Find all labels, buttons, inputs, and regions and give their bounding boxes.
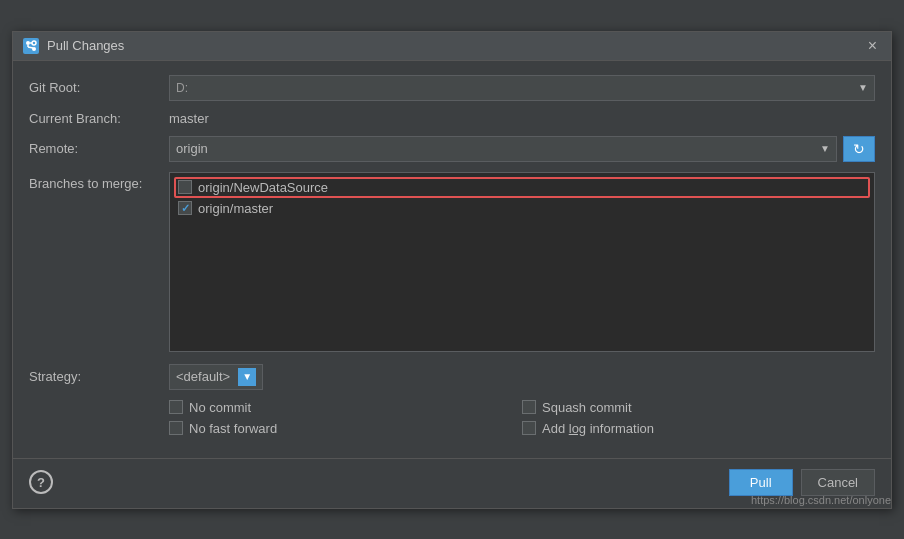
branch-name-newdatasource: origin/NewDataSource	[198, 180, 328, 195]
remote-row: Remote: origin ▼ ↻	[29, 136, 875, 162]
remote-combo-wrapper: origin ▼ ↻	[169, 136, 875, 162]
options-grid: No commit Squash commit No fast forward …	[169, 400, 875, 436]
branch-item-master[interactable]: origin/master	[174, 198, 870, 219]
add-log-label: Add log information	[542, 421, 654, 436]
remote-label: Remote:	[29, 141, 169, 156]
git-root-row: Git Root: D: ▼	[29, 75, 875, 101]
dialog-content: Git Root: D: ▼ Current Branch: master Re…	[13, 61, 891, 450]
option-no-fast-forward: No fast forward	[169, 421, 522, 436]
strategy-dropdown-icon: ▼	[242, 371, 252, 382]
refresh-icon: ↻	[853, 141, 865, 157]
branch-checkbox-newdatasource[interactable]	[178, 180, 192, 194]
branches-section: Branches to merge: origin/NewDataSource …	[29, 172, 875, 352]
strategy-row: Strategy: <default> ▼	[29, 364, 875, 390]
svg-point-2	[32, 41, 36, 45]
branches-to-merge-label: Branches to merge:	[29, 172, 169, 191]
git-root-label: Git Root:	[29, 80, 169, 95]
strategy-label: Strategy:	[29, 369, 169, 384]
git-root-value: D:	[176, 81, 188, 95]
cancel-button[interactable]: Cancel	[801, 469, 875, 496]
branch-name-master: origin/master	[198, 201, 273, 216]
no-fast-forward-checkbox[interactable]	[169, 421, 183, 435]
option-add-log: Add log information	[522, 421, 875, 436]
close-button[interactable]: ×	[864, 38, 881, 54]
branches-list: origin/NewDataSource origin/master	[169, 172, 875, 352]
branch-checkbox-master[interactable]	[178, 201, 192, 215]
help-button[interactable]: ?	[29, 470, 53, 494]
current-branch-label: Current Branch:	[29, 111, 169, 126]
pull-changes-dialog: Pull Changes × Git Root: D: ▼ Current Br…	[12, 31, 892, 509]
git-root-combo-wrapper: D: ▼	[169, 75, 875, 101]
git-root-dropdown-icon: ▼	[858, 82, 868, 93]
strategy-dropdown-arrow: ▼	[238, 368, 256, 386]
option-no-commit: No commit	[169, 400, 522, 415]
remote-combo[interactable]: origin ▼	[169, 136, 837, 162]
remote-value: origin	[176, 141, 208, 156]
watermark: https://blog.csdn.net/onlyone	[751, 494, 891, 506]
refresh-button[interactable]: ↻	[843, 136, 875, 162]
strategy-value: <default>	[176, 369, 230, 384]
squash-commit-label: Squash commit	[542, 400, 632, 415]
current-branch-value: master	[169, 111, 209, 126]
footer-buttons: Pull Cancel	[729, 469, 875, 496]
option-squash-commit: Squash commit	[522, 400, 875, 415]
pull-button[interactable]: Pull	[729, 469, 793, 496]
title-bar: Pull Changes ×	[13, 32, 891, 61]
strategy-combo[interactable]: <default> ▼	[169, 364, 263, 390]
git-icon	[23, 38, 39, 54]
dialog-footer: ? Pull Cancel https://blog.csdn.net/only…	[13, 458, 891, 508]
squash-commit-checkbox[interactable]	[522, 400, 536, 414]
current-branch-row: Current Branch: master	[29, 111, 875, 126]
no-fast-forward-label: No fast forward	[189, 421, 277, 436]
title-bar-left: Pull Changes	[23, 38, 124, 54]
branch-item-newdatasource[interactable]: origin/NewDataSource	[174, 177, 870, 198]
no-commit-checkbox[interactable]	[169, 400, 183, 414]
dialog-title: Pull Changes	[47, 38, 124, 53]
add-log-checkbox[interactable]	[522, 421, 536, 435]
no-commit-label: No commit	[189, 400, 251, 415]
svg-point-0	[26, 41, 30, 45]
remote-dropdown-icon: ▼	[820, 143, 830, 154]
git-root-combo[interactable]: D: ▼	[169, 75, 875, 101]
svg-line-4	[28, 47, 33, 48]
